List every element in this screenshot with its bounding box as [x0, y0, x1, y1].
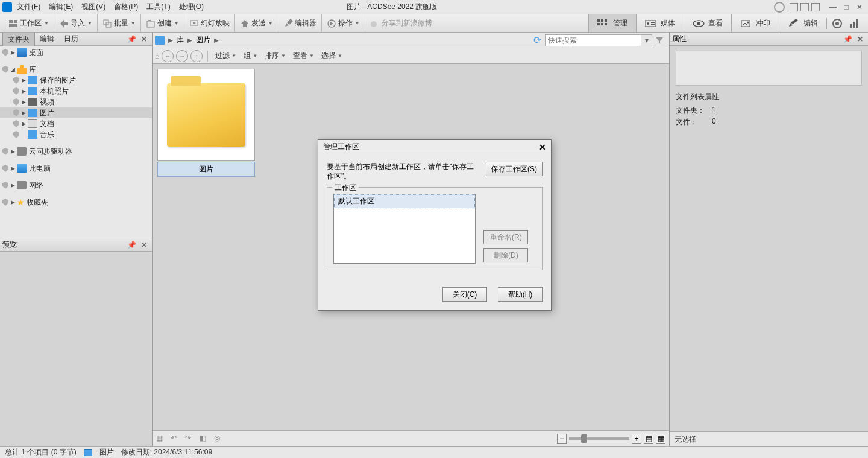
save-workspace-button[interactable]: 保存工作区(S) — [486, 162, 542, 176]
svg-rect-10 — [597, 19, 600, 22]
tab-edit[interactable]: 编辑 — [779, 14, 826, 32]
breadcrumb-root-icon[interactable] — [155, 36, 165, 45]
view-mode-1-icon[interactable]: ▤ — [644, 434, 653, 444]
properties-panel: 属性 📌 ✕ 文件列表属性 文件夹：1 文件：0 无选择 — [669, 33, 868, 446]
home-icon[interactable]: ⌂ — [155, 52, 159, 60]
tree-this-pc[interactable]: ▶此电脑 — [0, 163, 152, 174]
workspace-listbox[interactable]: 默认工作区 — [333, 194, 476, 264]
delete-button[interactable]: 删除(D) — [483, 248, 528, 262]
operate-button[interactable]: 操作▼ — [326, 17, 361, 30]
zoom-out-button[interactable]: − — [557, 434, 567, 444]
back-button[interactable]: ← — [162, 50, 174, 62]
tree-favorites[interactable]: ▶★ 收藏夹 — [0, 197, 152, 208]
tree-documents[interactable]: ▶文档 — [0, 118, 152, 129]
zoom-slider[interactable] — [569, 437, 629, 440]
account-icon[interactable] — [774, 2, 785, 13]
rename-button[interactable]: 重命名(R) — [483, 230, 528, 244]
breadcrumb-library[interactable]: 库 — [177, 35, 184, 45]
props-pin-icon[interactable]: 📌 — [841, 35, 855, 43]
tree-local-photos[interactable]: ▶本机照片 — [0, 86, 152, 97]
preview-close-icon[interactable]: ✕ — [139, 241, 149, 249]
select-menu[interactable]: 选择▼ — [319, 51, 345, 61]
filter-menu[interactable]: 过滤▼ — [213, 51, 239, 61]
send-button[interactable]: 发送▼ — [239, 17, 274, 30]
rotate-right-icon[interactable]: ↷ — [185, 434, 195, 444]
svg-rect-1 — [14, 20, 17, 23]
tree-cloud[interactable]: ▶云同步驱动器 — [0, 146, 152, 157]
tree-pictures[interactable]: ▶图片 — [0, 107, 152, 118]
layout-1-icon[interactable] — [790, 3, 798, 11]
group-menu[interactable]: 组▼ — [241, 51, 260, 61]
breadcrumb-pictures[interactable]: 图片 — [196, 35, 210, 45]
svg-rect-5 — [147, 21, 154, 27]
batch-button[interactable]: 批量▼ — [101, 17, 137, 30]
menu-window[interactable]: 窗格(P) — [114, 2, 138, 12]
svg-rect-18 — [651, 22, 655, 23]
folder-thumb[interactable]: 图片 — [157, 69, 255, 177]
target-icon[interactable]: ◎ — [214, 434, 224, 444]
workspace-item-default[interactable]: 默认工作区 — [334, 194, 475, 208]
tree-desktop[interactable]: ▶桌面 — [0, 47, 152, 58]
dialog-help-btn[interactable]: 帮助(H) — [498, 287, 542, 302]
maximize-button[interactable]: □ — [840, 3, 852, 11]
layout-2-icon[interactable] — [800, 3, 809, 11]
menu-tools[interactable]: 工具(T) — [146, 2, 170, 12]
workspace-fieldset: 工作区 默认工作区 重命名(R) 删除(D) — [327, 187, 542, 270]
search-dropdown[interactable]: ▾ — [641, 34, 652, 46]
title-bar: 文件(F) 编辑(E) 视图(V) 窗格(P) 工具(T) 处理(O) 图片 -… — [0, 0, 868, 14]
pin-icon[interactable]: 📌 — [125, 35, 139, 43]
rotate-left-icon[interactable]: ↶ — [171, 434, 180, 444]
folder-icon — [167, 83, 245, 147]
minimize-button[interactable]: — — [827, 3, 839, 11]
layout-3-icon[interactable] — [811, 3, 820, 11]
tab-print[interactable]: 冲印 — [731, 14, 779, 32]
folder-tree[interactable]: ▶桌面 ◢库 ▶保存的图片 ▶本机照片 ▶视频 ▶图片 ▶文档 音乐 ▶云同步驱… — [0, 46, 152, 238]
tab-calendar[interactable]: 日历 — [59, 33, 83, 45]
tree-videos[interactable]: ▶视频 — [0, 97, 152, 107]
tab-folders[interactable]: 文件夹 — [2, 33, 35, 46]
refresh-icon[interactable]: ⟳ — [533, 34, 541, 46]
preview-pin-icon[interactable]: 📌 — [125, 241, 139, 249]
filter-icon[interactable] — [655, 36, 667, 45]
share-weibo-button[interactable]: 分享到新浪微博 — [369, 17, 433, 30]
tree-library[interactable]: ◢库 — [0, 64, 152, 75]
svg-rect-16 — [645, 21, 656, 27]
sync-icon[interactable] — [832, 18, 843, 29]
svg-rect-2 — [9, 24, 17, 27]
tab-media[interactable]: 媒体 — [636, 14, 684, 32]
view-menu[interactable]: 查看▼ — [291, 51, 316, 61]
tree-network[interactable]: ▶网络 — [0, 180, 152, 191]
dialog-close-button[interactable]: ✕ — [539, 142, 546, 152]
tab-manage[interactable]: 管理 — [588, 14, 636, 32]
menu-process[interactable]: 处理(O) — [179, 2, 204, 12]
forward-button[interactable]: → — [176, 50, 188, 62]
create-button[interactable]: 创建▼ — [145, 17, 180, 30]
slideshow-button[interactable]: 幻灯放映 — [188, 17, 231, 30]
search-input[interactable] — [545, 34, 641, 46]
tab-view[interactable]: 查看 — [684, 14, 731, 32]
tab-edit-left[interactable]: 编辑 — [35, 33, 59, 45]
sort-menu[interactable]: 排序▼ — [262, 51, 288, 61]
properties-body: 文件列表属性 文件夹：1 文件：0 — [670, 46, 868, 431]
import-button[interactable]: 导入▼ — [58, 17, 93, 30]
tag-icon[interactable]: ▦ — [156, 434, 166, 444]
dialog-titlebar[interactable]: 管理工作区 ✕ — [318, 140, 551, 154]
tree-saved-pics[interactable]: ▶保存的图片 — [0, 75, 152, 86]
status-type-icon — [84, 449, 92, 456]
editor-button[interactable]: 编辑器 — [282, 17, 318, 30]
close-button[interactable]: ✕ — [854, 3, 866, 11]
view-mode-2-icon[interactable]: ▦ — [656, 434, 665, 444]
menu-view[interactable]: 视图(V) — [81, 2, 105, 12]
menu-file[interactable]: 文件(F) — [17, 2, 40, 12]
compare-icon[interactable]: ◧ — [200, 434, 209, 444]
workspace-button[interactable]: 工作区▼ — [7, 17, 50, 30]
props-close-icon[interactable]: ✕ — [855, 35, 866, 43]
menu-edit[interactable]: 编辑(E) — [49, 2, 73, 12]
close-panel-icon[interactable]: ✕ — [139, 35, 149, 43]
preview-panel: 预览 📌 ✕ — [0, 238, 152, 446]
dialog-close-btn[interactable]: 关闭(C) — [442, 287, 487, 302]
zoom-in-button[interactable]: + — [632, 434, 641, 444]
tree-music[interactable]: 音乐 — [0, 129, 152, 140]
up-button[interactable]: ↑ — [190, 50, 203, 62]
stats-icon[interactable] — [849, 18, 860, 29]
